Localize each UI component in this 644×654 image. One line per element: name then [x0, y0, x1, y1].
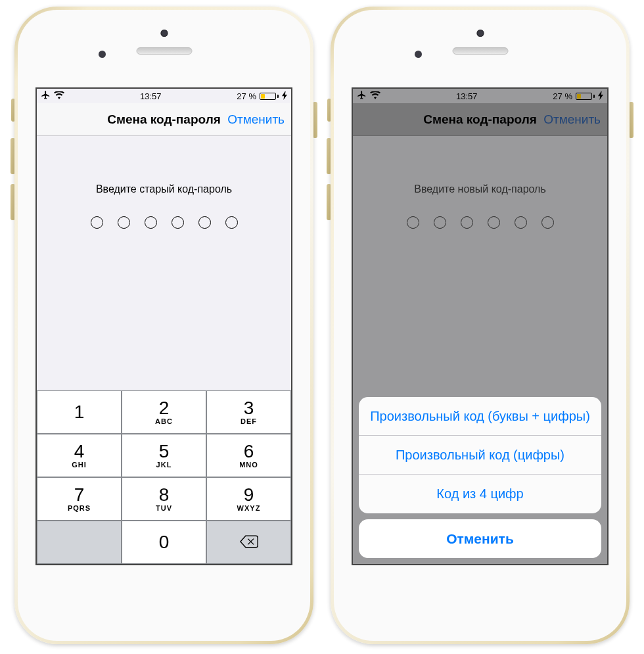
passcode-dot [91, 216, 103, 229]
passcode-dot [515, 216, 527, 229]
battery-percentage: 27 % [237, 91, 256, 101]
nav-cancel-button[interactable]: Отменить [543, 112, 601, 127]
screen: 13:57 27 % Смена код-пароля [352, 87, 609, 565]
battery-icon [576, 93, 595, 100]
keypad-key-4[interactable]: 4GHI [37, 434, 122, 477]
passcode-dot [198, 216, 211, 229]
passcode-dot [488, 216, 500, 229]
front-camera [160, 30, 168, 37]
charging-icon [598, 91, 603, 101]
keypad-key-2[interactable]: 2ABC [122, 390, 206, 434]
passcode-prompt: Введите старый код-пароль [37, 183, 291, 195]
option-alphanumeric-code[interactable]: Произвольный код (буквы + цифры) [359, 397, 601, 436]
passcode-dots [353, 216, 607, 229]
passcode-dot [541, 216, 554, 229]
backspace-icon [240, 535, 258, 550]
status-bar: 13:57 27 % [353, 89, 607, 103]
action-sheet-options: Произвольный код (буквы + цифры) Произво… [359, 397, 601, 513]
action-sheet-cancel-button[interactable]: Отменить [359, 519, 601, 558]
keypad-key-5[interactable]: 5JKL [122, 434, 206, 477]
passcode-dot [225, 216, 238, 229]
keypad-key-7[interactable]: 7PQRS [37, 477, 122, 521]
option-numeric-code[interactable]: Произвольный код (цифры) [359, 436, 601, 475]
nav-cancel-button[interactable]: Отменить [227, 112, 285, 127]
power-button[interactable] [629, 102, 633, 138]
passcode-prompt: Введите новый код-пароль [353, 183, 607, 195]
passcode-dot [145, 216, 157, 229]
status-bar: 13:57 27 % [37, 89, 291, 103]
numeric-keypad: 1 2ABC 3DEF 4GHI 5JKL 6MNO 7PQRS 8TUV [37, 390, 291, 564]
passcode-dot [118, 216, 130, 229]
wifi-icon [370, 91, 380, 101]
earpiece-speaker [452, 47, 508, 55]
passcode-options-action-sheet: Произвольный код (буквы + цифры) Произво… [359, 397, 601, 558]
power-button[interactable] [313, 102, 317, 138]
phone-right: 13:57 27 % Смена код-пароля [331, 7, 630, 644]
nav-bar: Смена код-пароля Отменить [353, 103, 607, 136]
passcode-dot [461, 216, 473, 229]
passcode-dot [434, 216, 446, 229]
passcode-dots [37, 216, 291, 229]
option-4-digit-code[interactable]: Код из 4 цифр [359, 475, 601, 513]
keypad-backspace[interactable] [206, 521, 291, 564]
proximity-sensor [99, 51, 106, 58]
wifi-icon [54, 91, 64, 101]
screen: 13:57 27 % Смена код-пароля [35, 87, 292, 565]
keypad-blank [37, 521, 122, 564]
phone-top-bezel [334, 10, 626, 87]
keypad-key-1[interactable]: 1 [37, 390, 122, 434]
proximity-sensor [415, 51, 422, 58]
battery-icon [260, 93, 279, 100]
nav-bar: Смена код-пароля Отменить [37, 103, 291, 136]
charging-icon [282, 91, 287, 101]
earpiece-speaker [136, 47, 192, 55]
passcode-content: Введите старый код-пароль 1 2ABC [37, 136, 291, 564]
airplane-mode-icon [357, 90, 367, 102]
keypad-key-0[interactable]: 0 [122, 521, 206, 564]
airplane-mode-icon [41, 90, 51, 102]
keypad-key-3[interactable]: 3DEF [206, 390, 291, 434]
battery-percentage: 27 % [553, 91, 572, 101]
phone-left: 13:57 27 % Смена код-пароля [14, 7, 313, 644]
status-time: 13:57 [140, 91, 162, 101]
keypad-key-6[interactable]: 6MNO [206, 434, 291, 477]
front-camera [476, 30, 484, 37]
keypad-key-9[interactable]: 9WXYZ [206, 477, 291, 521]
status-time: 13:57 [456, 91, 478, 101]
phone-top-bezel [18, 10, 310, 87]
passcode-dot [172, 216, 184, 229]
passcode-dot [407, 216, 419, 229]
passcode-content: Введите новый код-пароль [353, 136, 607, 564]
keypad-key-8[interactable]: 8TUV [122, 477, 206, 521]
